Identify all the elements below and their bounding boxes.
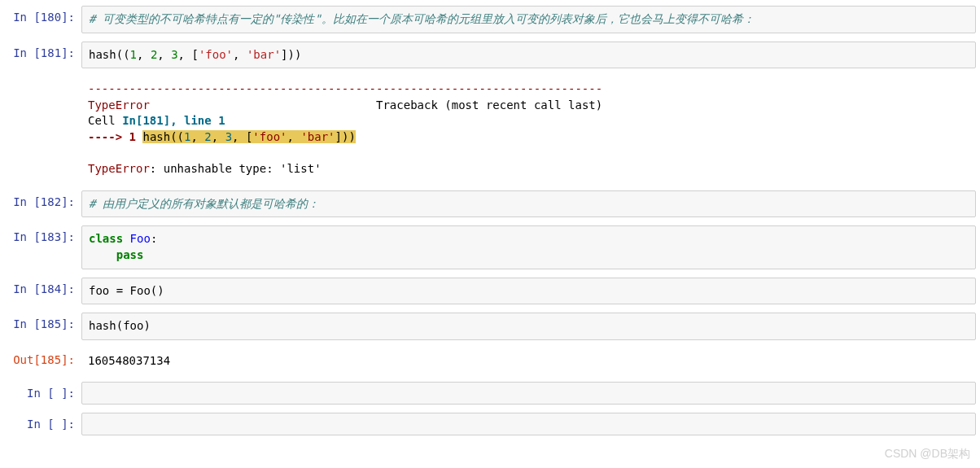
output-cell: ----------------------------------------… [0,75,980,184]
code-input[interactable]: foo = Foo() [81,278,976,305]
code-input[interactable]: hash(foo) [81,313,976,340]
input-prompt: In [182]: [4,190,81,208]
kw: pass [116,248,144,261]
code-cell[interactable]: In [ ]: [0,380,980,406]
tb-in: In[181], line 1 [122,114,225,127]
code-input[interactable]: # 可变类型的不可哈希特点有一定的"传染性"。比如在一个原本可哈希的元组里放入可… [81,6,976,33]
code-cell[interactable]: In [183]: class Foo: pass [0,224,980,270]
code-input[interactable]: class Foo: pass [81,225,976,269]
tb-highlighted-code: hash((1, 2, 3, ['foo', 'bar'])) [142,130,355,143]
code-cell[interactable]: In [ ]: [0,411,980,437]
classname: Foo [123,232,151,245]
code-cell[interactable]: In [182]: # 由用户定义的所有对象默认都是可哈希的： [0,189,980,220]
indent [89,248,116,261]
input-prompt: In [181]: [4,42,81,59]
output-text: 160548037134 [81,348,976,374]
code-cell[interactable]: In [185]: hash(foo) [0,311,980,342]
tb-error-msg: : unhashable type: 'list' [150,162,322,175]
code-input[interactable]: # 由用户定义的所有对象默认都是可哈希的： [81,190,976,218]
traceback-output: ----------------------------------------… [81,77,976,182]
code-text: , [233,48,247,61]
str: 'foo' [199,48,233,61]
code-input[interactable] [81,382,976,405]
tb-label: Traceback (most recent call last) [376,98,602,112]
code-cell[interactable]: In [180]: # 可变类型的不可哈希特点有一定的"传染性"。比如在一个原本… [0,4,980,35]
tb-cell: Cell [88,114,122,127]
code-text: , [137,48,151,61]
tb-error-name: TypeError [88,98,150,112]
code-text: ])) [281,48,301,61]
code-text: hash(( [89,48,130,61]
tb-dashline: ----------------------------------------… [88,82,602,95]
code-input[interactable] [81,413,976,435]
input-prompt: In [ ]: [4,413,81,431]
input-prompt: In [184]: [4,278,81,295]
input-prompt: In [185]: [4,313,81,330]
output-prompt-empty [4,77,81,81]
code-text: hash(foo) [89,319,151,332]
comment-text: # 可变类型的不可哈希特点有一定的"传染性"。比如在一个原本可哈希的元组里放入可… [89,12,755,25]
num: 1 [130,48,137,61]
input-prompt: In [180]: [4,6,81,24]
code-text: : [151,232,157,245]
output-prompt: Out[185]: [4,348,81,366]
num: 3 [171,48,177,61]
code-cell[interactable]: In [184]: foo = Foo() [0,276,980,307]
input-prompt: In [183]: [4,225,81,243]
comment-text: # 由用户定义的所有对象默认都是可哈希的： [89,197,319,210]
str: 'bar' [247,48,281,61]
code-text: , [ [178,48,199,61]
code-text: foo = Foo() [89,284,164,297]
tb-error-name: TypeError [88,162,150,175]
code-cell[interactable]: In [181]: hash((1, 2, 3, ['foo', 'bar'])… [0,40,980,71]
kw: class [89,232,123,245]
code-text: , [157,48,171,61]
tb-arrow: ----> 1 [88,130,136,143]
input-prompt: In [ ]: [4,382,81,400]
output-cell: Out[185]: 160548037134 [0,347,980,376]
code-input[interactable]: hash((1, 2, 3, ['foo', 'bar'])) [81,42,976,69]
